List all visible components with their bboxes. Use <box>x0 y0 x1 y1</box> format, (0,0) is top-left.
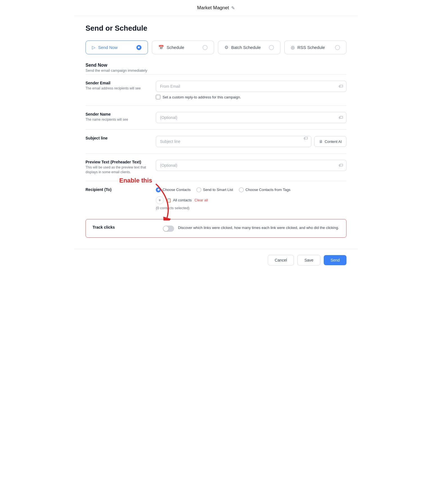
cancel-button[interactable]: Cancel <box>268 255 294 266</box>
tab-batch-schedule-radio[interactable] <box>269 45 274 50</box>
subject-input-row: 🏷 🖥 Content AI <box>156 136 346 147</box>
batch-schedule-icon: ⚙ <box>224 45 228 50</box>
sender-email-input[interactable] <box>156 81 346 92</box>
app-title: Market Magnet <box>197 5 229 11</box>
clear-all-link[interactable]: Clear all <box>194 198 208 202</box>
send-now-icon: ▷ <box>92 45 95 50</box>
subject-line-input[interactable] <box>156 136 311 147</box>
preview-text-label-group: Preview Text (Preheader Text) This will … <box>86 160 147 175</box>
subject-line-label: Subject line <box>86 136 147 140</box>
tab-send-now-label: Send Now <box>98 45 118 50</box>
choose-contacts-label: Choose Contacts <box>163 188 191 192</box>
option-choose-tags[interactable]: Choose Contacts from Tags <box>239 187 291 192</box>
track-clicks-content: Discover which links were clicked, how m… <box>163 225 339 232</box>
choose-tags-label: Choose Contacts from Tags <box>246 188 291 192</box>
track-clicks-label: Track clicks <box>93 225 154 230</box>
subject-line-row: Subject line 🏷 🖥 Content AI <box>86 129 346 153</box>
contacts-icon-label: 📋 All contacts <box>166 198 192 202</box>
schedule-icon: 📅 <box>158 45 164 50</box>
tag-icon-email: 🏷 <box>339 84 343 89</box>
custom-reply-checkbox[interactable] <box>156 95 160 99</box>
enable-this-label: Enable this <box>119 177 152 184</box>
save-button[interactable]: Save <box>297 255 320 266</box>
preview-text-input-wrapper: 🏷 <box>156 160 346 171</box>
custom-reply-row: Set a custom reply-to address for this c… <box>156 95 346 99</box>
option-send-smart-list[interactable]: Send to Smart List <box>196 187 233 192</box>
sender-name-desc: The name recipients will see <box>86 117 147 122</box>
tab-schedule[interactable]: 📅 Schedule <box>152 40 214 54</box>
preview-text-label: Preview Text (Preheader Text) <box>86 160 147 164</box>
edit-icon[interactable]: ✎ <box>231 5 235 11</box>
contacts-row: + 📋 All contacts Clear all <box>156 196 346 204</box>
tab-batch-schedule[interactable]: ⚙ Batch Schedule <box>218 40 280 54</box>
sender-email-label-group: Sender Email The email address recipient… <box>86 81 147 91</box>
top-bar: Market Magnet ✎ <box>74 0 358 16</box>
sender-name-label-group: Sender Name The name recipients will see <box>86 112 147 122</box>
preview-text-input[interactable] <box>156 160 346 171</box>
tab-rss-schedule[interactable]: ◎ RSS Schedule <box>284 40 347 54</box>
rss-schedule-icon: ◎ <box>291 45 295 50</box>
sender-name-label: Sender Name <box>86 112 147 116</box>
preview-text-content: 🏷 <box>156 160 346 171</box>
contacts-count: (0 contacts selected) <box>156 206 346 210</box>
tab-rss-schedule-radio[interactable] <box>335 45 340 50</box>
send-now-header: Send Now Send the email campaign immedia… <box>86 63 346 73</box>
tab-schedule-radio[interactable] <box>202 45 208 50</box>
mode-tabs: ▷ Send Now 📅 Schedule ⚙ Batch Schedule ◎… <box>86 40 346 54</box>
send-smart-list-label: Send to Smart List <box>203 188 233 192</box>
choose-tags-radio[interactable] <box>239 187 244 192</box>
sender-name-row: Sender Name The name recipients will see… <box>86 105 346 129</box>
main-content: Send or Schedule ▷ Send Now 📅 Schedule ⚙… <box>74 16 358 249</box>
contacts-icon: 📋 <box>166 198 171 202</box>
add-contact-button[interactable]: + <box>156 196 164 204</box>
sender-email-content: 🏷 Set a custom reply-to address for this… <box>156 81 346 99</box>
sender-name-input[interactable] <box>156 112 346 123</box>
track-clicks-section: Track clicks Discover which links were c… <box>86 219 346 238</box>
sender-name-content: 🏷 <box>156 112 346 123</box>
sender-email-label: Sender Email <box>86 81 147 85</box>
custom-reply-label: Set a custom reply-to address for this c… <box>163 95 241 99</box>
recipient-options: Choose Contacts Send to Smart List Choos… <box>156 187 346 192</box>
send-smart-list-radio[interactable] <box>196 187 201 192</box>
all-contacts-label: All contacts <box>173 198 192 202</box>
tag-icon-name: 🏷 <box>339 115 343 120</box>
tab-send-now[interactable]: ▷ Send Now <box>86 40 148 54</box>
send-now-subtitle: Send the email campaign immediately <box>86 68 346 73</box>
preview-text-desc: This will be used as the preview text th… <box>86 165 147 175</box>
annotation-group: Enable this <box>119 177 152 185</box>
bottom-bar: Cancel Save Send <box>74 249 358 271</box>
sender-email-desc: The email address recipients will see <box>86 86 147 91</box>
tab-schedule-label: Schedule <box>167 45 184 50</box>
subject-line-content: 🏷 🖥 Content AI <box>156 136 346 147</box>
toggle-thumb <box>163 226 168 231</box>
track-clicks-toggle[interactable] <box>163 226 174 232</box>
content-ai-button[interactable]: 🖥 Content AI <box>314 136 346 147</box>
track-clicks-wrapper: Enable this Track clicks Discover which … <box>86 219 346 238</box>
tag-icon-preview: 🏷 <box>339 163 343 168</box>
sender-email-row: Sender Email The email address recipient… <box>86 74 346 105</box>
subject-input-wrapper: 🏷 <box>156 136 311 147</box>
tab-batch-schedule-label: Batch Schedule <box>231 45 261 50</box>
recipient-content: Choose Contacts Send to Smart List Choos… <box>156 187 346 210</box>
sender-email-input-wrapper: 🏷 <box>156 81 346 92</box>
option-choose-contacts[interactable]: Choose Contacts <box>156 187 191 192</box>
track-clicks-desc: Discover which links were clicked, how m… <box>178 225 339 231</box>
subject-line-label-group: Subject line <box>86 136 147 140</box>
page-title: Send or Schedule <box>86 24 346 33</box>
choose-contacts-radio[interactable] <box>156 187 161 192</box>
send-now-title: Send Now <box>86 63 346 68</box>
recipient-row: Recipient (To) Choose Contacts Send to S… <box>86 181 346 216</box>
content-ai-icon: 🖥 <box>319 139 323 144</box>
tab-rss-schedule-label: RSS Schedule <box>298 45 325 50</box>
send-button[interactable]: Send <box>324 255 346 265</box>
recipient-label-group: Recipient (To) <box>86 187 147 192</box>
recipient-label: Recipient (To) <box>86 187 147 192</box>
sender-name-input-wrapper: 🏷 <box>156 112 346 123</box>
toggle-track[interactable] <box>163 226 174 232</box>
content-ai-label: Content AI <box>325 140 342 144</box>
tag-icon-subject: 🏷 <box>303 136 308 141</box>
tab-send-now-radio[interactable] <box>136 45 141 50</box>
